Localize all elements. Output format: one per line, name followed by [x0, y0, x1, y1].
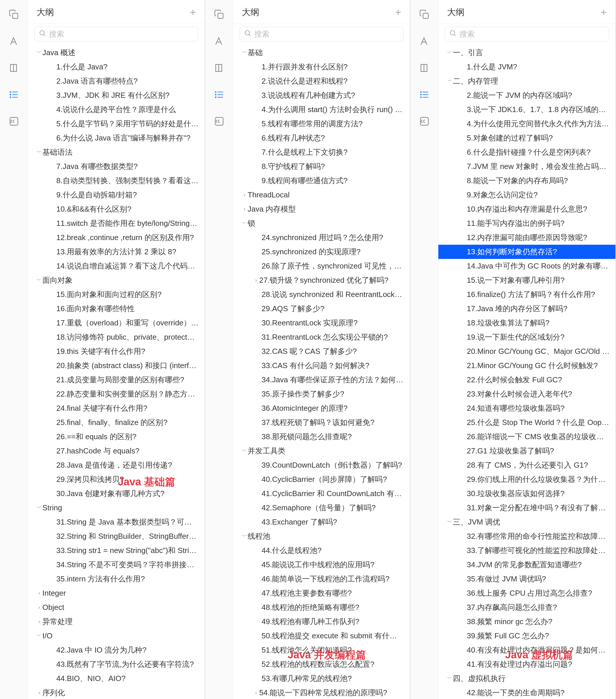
tree-node[interactable]: 30.Java 创建对象有哪几种方式? — [28, 487, 205, 501]
tree-node[interactable]: 34.JVM 的常见参数配置知道哪些? — [438, 558, 615, 572]
tree-node[interactable]: 42.Semaphore（信号量）了解吗? — [233, 501, 410, 515]
tree-node[interactable]: 13.如何判断对象仍然存活? — [438, 245, 615, 259]
search-input[interactable] — [49, 30, 194, 39]
tree-node[interactable]: 17.Java 堆的内存分区了解吗? — [438, 302, 615, 316]
tree-node[interactable]: 32.String 和 StringBuilder、StringBuffer… — [28, 529, 205, 543]
toggle-icon[interactable]: ﹀ — [36, 276, 42, 284]
tree-node[interactable]: 49.线程池有哪几种工作队列? — [233, 615, 410, 629]
ocr-icon[interactable] — [418, 115, 431, 128]
tree-node[interactable]: 32.有哪些常用的命令行性能监控和故障处… — [438, 529, 615, 543]
tree-node[interactable]: ﹀String — [28, 501, 205, 515]
toggle-icon[interactable]: ﹀ — [241, 220, 248, 227]
copy-icon[interactable] — [213, 8, 225, 21]
copy-icon[interactable] — [8, 8, 20, 21]
tree-node[interactable]: 27.hashCode 与 equals? — [28, 444, 205, 458]
tree-node[interactable]: 18.垃圾收集算法了解吗? — [438, 316, 615, 330]
tree-node[interactable]: 25.什么是 Stop The World ? 什么是 OopMa… — [438, 416, 615, 430]
tree-node[interactable]: 2.能说一下 JVM 的内存区域吗? — [438, 88, 615, 103]
tree-node[interactable]: 15.说一下对象有哪几种引用? — [438, 273, 615, 287]
tree-node[interactable]: 41.CyclicBarrier 和 CountDownLatch 有什么… — [233, 487, 410, 501]
tree-node[interactable]: 37.线程死锁了解吗？该如何避免? — [233, 416, 410, 430]
tree-node[interactable]: 5.线程有哪些常用的调度方法? — [233, 117, 410, 131]
toggle-icon[interactable]: ﹀ — [446, 675, 453, 683]
tree-node[interactable]: 33.String str1 = new String("abc")和 Stri… — [28, 543, 205, 558]
tree-node[interactable]: 28.Java 是值传递，还是引用传递? — [28, 458, 205, 472]
ocr-icon[interactable] — [8, 115, 20, 128]
tree-node[interactable]: 19.this 关键字有什么作用? — [28, 344, 205, 358]
tree-node[interactable]: 11.switch 是否能作用在 byte/long/String 上? — [28, 216, 205, 230]
add-button[interactable]: + — [190, 7, 196, 18]
tree-node[interactable]: 33.CAS 有什么问题？如何解决? — [233, 358, 410, 373]
list-icon[interactable] — [8, 88, 20, 101]
tree-node[interactable]: 30.ReentrantLock 实现原理? — [233, 316, 410, 330]
tree-node[interactable]: 26.能详细说一下 CMS 收集器的垃圾收集过… — [438, 430, 615, 444]
toggle-icon[interactable]: ﹀ — [446, 518, 453, 526]
tree-node[interactable]: 38.频繁 minor gc 怎么办? — [438, 615, 615, 629]
tree-node[interactable]: 2.说说什么是进程和线程? — [233, 74, 410, 88]
tree-node[interactable]: 27.G1 垃圾收集器了解吗? — [438, 444, 615, 458]
tree-node[interactable]: ﹀线程池 — [233, 529, 410, 543]
tree-node[interactable]: ›异常处理 — [28, 615, 205, 629]
tree-node[interactable]: 43.Exchanger 了解吗? — [233, 515, 410, 529]
tree-node[interactable]: ﹀并发工具类 — [233, 444, 410, 458]
tree-node[interactable]: ›ThreadLocal — [233, 188, 410, 202]
tree-node[interactable]: 41.有没有处理过内存溢出问题? — [438, 657, 615, 671]
tree-node[interactable]: ﹀I/O — [28, 629, 205, 643]
tree-node[interactable]: 6.什么是指针碰撞？什么是空闲列表? — [438, 145, 615, 159]
tree-node[interactable]: 16.finalize() 方法了解吗？有什么作用? — [438, 287, 615, 302]
tree-node[interactable]: 6.线程有几种状态? — [233, 131, 410, 145]
tree-node[interactable]: ﹀三、JVM 调优 — [438, 515, 615, 529]
tree-node[interactable]: ›Integer — [28, 586, 205, 600]
tree-node[interactable]: 29.你们线上用的什么垃圾收集器？为什么… — [438, 472, 615, 487]
ocr-icon[interactable] — [213, 115, 225, 128]
toggle-icon[interactable]: ﹀ — [36, 49, 42, 57]
toggle-icon[interactable]: ﹀ — [36, 504, 42, 512]
tree-node[interactable]: ›Java 内存模型 — [233, 202, 410, 216]
tree-node[interactable]: 31.String 是 Java 基本数据类型吗？可以被… — [28, 515, 205, 529]
tree-node[interactable]: 7.JVM 里 new 对象时，堆会发生抢占吗？J… — [438, 159, 615, 174]
tree-node[interactable]: ﹀一、引言 — [438, 45, 615, 60]
tree-node[interactable]: 30.垃圾收集器应该如何选择? — [438, 487, 615, 501]
tree-node[interactable]: ›54.能说一下四种常见线程池的原理吗? — [233, 686, 410, 699]
tree-node[interactable]: 19.说一下新生代的区域划分? — [438, 330, 615, 344]
tree-node[interactable]: 29.AQS 了解多少? — [233, 302, 410, 316]
tree-node[interactable]: 37.内存飙高问题怎么排查? — [438, 600, 615, 615]
tree-node[interactable]: ﹀二、内存管理 — [438, 74, 615, 88]
tree-node[interactable]: 16.面向对象有哪些特性 — [28, 302, 205, 316]
tree-node[interactable]: 1.什么是 Java? — [28, 60, 205, 74]
tree-node[interactable]: 20.Minor GC/Young GC、Major GC/Old G… — [438, 344, 615, 358]
tree-node[interactable]: 13.用最有效率的方法计算 2 乘以 8? — [28, 245, 205, 259]
search-box[interactable] — [239, 27, 404, 41]
tree-node[interactable]: 23.对象什么时候会进入老年代? — [438, 387, 615, 401]
tree-node[interactable]: 9.什么是自动拆箱/封箱? — [28, 188, 205, 202]
tree-node[interactable]: 5.对象创建的过程了解吗? — [438, 131, 615, 145]
tree-node[interactable]: 4.为什么使用元空间替代永久代作为方法区… — [438, 117, 615, 131]
toggle-icon[interactable]: › — [36, 604, 42, 611]
tree-node[interactable]: 47.线程池主要参数有哪些? — [233, 586, 410, 600]
tree-node[interactable]: 33.了解哪些可视化的性能监控和故障处理… — [438, 543, 615, 558]
search-input[interactable] — [460, 30, 605, 39]
tree-node[interactable]: 14.说说自增自减运算？看下这几个代码运行… — [28, 259, 205, 273]
tree-node[interactable]: 39.频繁 Full GC 怎么办? — [438, 629, 615, 643]
tree-node[interactable]: 53.有哪几种常见的线程池? — [233, 671, 410, 686]
toggle-icon[interactable]: › — [241, 191, 248, 199]
tree-node[interactable]: 3.说说线程有几种创建方式? — [233, 88, 410, 103]
tree-node[interactable]: 8.自动类型转换、强制类型转换？看看这几… — [28, 174, 205, 188]
tree-node[interactable]: 14.Java 中可作为 GC Roots 的对象有哪几种? — [438, 259, 615, 273]
toggle-icon[interactable]: › — [253, 689, 259, 697]
tree-node[interactable]: 6.为什么说 Java 语言"编译与解释并存"? — [28, 131, 205, 145]
tree-node[interactable]: 42.能说一下类的生命周期吗? — [438, 686, 615, 699]
tree-node[interactable]: 21.成员变量与局部变量的区别有哪些? — [28, 373, 205, 387]
tree-node[interactable]: 9.对象怎么访问定位? — [438, 188, 615, 202]
tree-node[interactable]: 12.内存泄漏可能由哪些原因导致呢? — [438, 230, 615, 245]
tree-node[interactable]: 9.线程间有哪些通信方式? — [233, 174, 410, 188]
tree-node[interactable]: 43.既然有了字节流,为什么还要有字符流? — [28, 657, 205, 671]
tree-node[interactable]: ﹀基础 — [233, 45, 410, 60]
tree-node[interactable]: 22.什么时候会触发 Full GC? — [438, 373, 615, 387]
tree-node[interactable]: 44.BIO、NIO、AIO? — [28, 671, 205, 686]
tree-node[interactable]: ﹀Java 概述 — [28, 45, 205, 60]
tree-node[interactable]: 24.final 关键字有什么作用? — [28, 401, 205, 416]
tree-node[interactable]: 38.那死锁问题怎么排查呢? — [233, 430, 410, 444]
book-icon[interactable] — [418, 62, 431, 74]
tree-node[interactable]: 29.深拷贝和浅拷贝? — [28, 472, 205, 487]
